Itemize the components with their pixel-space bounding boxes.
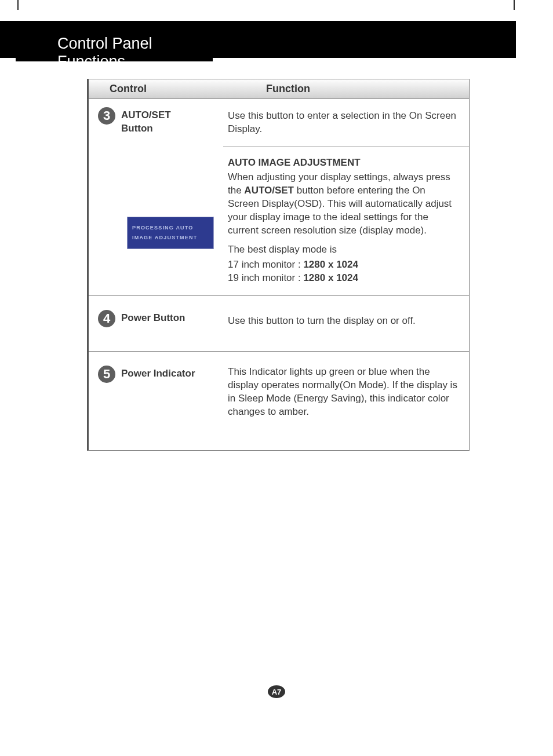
osd-preview-box: PROCESSING AUTO IMAGE ADJUSTMENT xyxy=(127,217,214,249)
step-badge-5: 5 xyxy=(98,366,115,383)
step-badge-3: 3 xyxy=(98,107,115,125)
function-subtitle: AUTO IMAGE ADJUSTMENT xyxy=(228,156,459,170)
function-text: When adjusting your display settings, al… xyxy=(228,171,459,238)
table-header: Control Function xyxy=(89,79,469,99)
function-table: Control Function 3 AUTO/SET Button PROCE… xyxy=(87,79,470,451)
control-label: Power Indicator xyxy=(121,366,195,381)
table-row: 5 Power Indicator This Indicator lights … xyxy=(89,352,469,450)
page-number: A7 xyxy=(268,685,285,698)
function-text: The best display mode is xyxy=(228,243,459,257)
function-text: Use this button to turn the display on o… xyxy=(228,315,459,328)
page-title: Control Panel Functions xyxy=(16,21,213,61)
table-row: 4 Power Button Use this button to turn t… xyxy=(89,296,469,352)
control-label: Power Button xyxy=(121,310,185,325)
header-function: Function xyxy=(223,83,469,95)
header-control: Control xyxy=(89,83,223,95)
crop-marks xyxy=(0,0,553,1)
function-text: 19 inch monitor : 1280 x 1024 xyxy=(228,272,459,285)
table-row: 3 AUTO/SET Button PROCESSING AUTO IMAGE … xyxy=(89,99,469,296)
step-badge-4: 4 xyxy=(98,310,115,327)
function-text: 17 inch monitor : 1280 x 1024 xyxy=(228,258,459,272)
function-text: Use this button to enter a selection in … xyxy=(228,109,459,136)
function-text: This Indicator lights up green or blue w… xyxy=(228,366,459,419)
control-label: AUTO/SET Button xyxy=(121,107,171,136)
